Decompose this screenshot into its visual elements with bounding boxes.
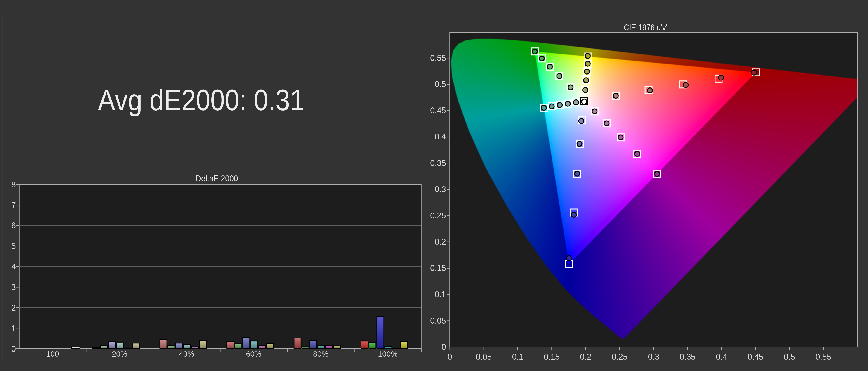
svg-text:0.4: 0.4 <box>716 352 727 362</box>
svg-text:0: 0 <box>441 342 446 351</box>
svg-text:2: 2 <box>11 303 16 312</box>
svg-text:1: 1 <box>11 324 16 333</box>
svg-text:0.2: 0.2 <box>580 352 591 362</box>
svg-text:5: 5 <box>11 242 16 251</box>
svg-text:20%: 20% <box>112 349 127 358</box>
svg-text:0.1: 0.1 <box>512 352 523 362</box>
svg-text:7: 7 <box>11 200 16 210</box>
svg-text:8: 8 <box>11 180 16 189</box>
svg-text:0.55: 0.55 <box>815 352 831 362</box>
svg-text:0.5: 0.5 <box>784 352 795 362</box>
svg-text:0.45: 0.45 <box>747 352 763 362</box>
svg-text:CIE 1976 u'v': CIE 1976 u'v' <box>624 23 668 32</box>
svg-text:80%: 80% <box>313 349 329 358</box>
svg-text:0.35: 0.35 <box>430 158 446 168</box>
svg-text:0.05: 0.05 <box>430 316 446 325</box>
svg-text:0.25: 0.25 <box>430 211 446 220</box>
svg-text:60%: 60% <box>246 349 261 358</box>
svg-text:0.15: 0.15 <box>430 264 446 273</box>
svg-text:0.15: 0.15 <box>544 352 560 362</box>
svg-text:0.25: 0.25 <box>612 352 627 362</box>
svg-text:0.35: 0.35 <box>680 352 695 362</box>
svg-text:0.55: 0.55 <box>430 53 446 63</box>
svg-text:3: 3 <box>11 283 16 292</box>
svg-text:0.1: 0.1 <box>435 290 446 299</box>
svg-text:0.05: 0.05 <box>476 352 492 362</box>
svg-text:0.4: 0.4 <box>435 132 446 141</box>
svg-text:0: 0 <box>447 352 452 362</box>
svg-text:0.5: 0.5 <box>435 80 446 89</box>
svg-text:100%: 100% <box>378 349 398 358</box>
svg-text:0.45: 0.45 <box>430 106 446 115</box>
svg-text:0: 0 <box>11 344 16 353</box>
svg-text:40%: 40% <box>179 349 194 358</box>
svg-text:0.3: 0.3 <box>435 185 446 194</box>
svg-text:6: 6 <box>11 221 16 230</box>
svg-text:DeltaE 2000: DeltaE 2000 <box>195 174 238 183</box>
svg-text:100: 100 <box>46 349 59 358</box>
svg-text:0.3: 0.3 <box>648 352 659 362</box>
svg-text:0.2: 0.2 <box>435 237 446 246</box>
svg-text:Avg dE2000: 0.31: Avg dE2000: 0.31 <box>98 84 305 117</box>
svg-text:4: 4 <box>11 262 16 271</box>
